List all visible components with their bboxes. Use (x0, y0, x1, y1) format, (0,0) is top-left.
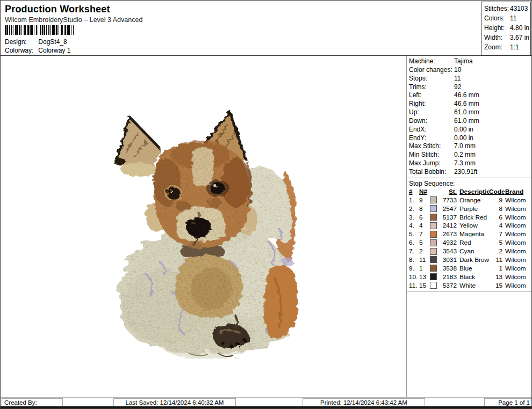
header: Production Worksheet Wilcom EmbroiderySt… (1, 1, 531, 56)
detail-row: EndX:0.00 in (407, 126, 531, 134)
thread-swatch (430, 265, 437, 272)
detail-row: Up:61.0 mm (407, 108, 531, 117)
stop-sequence-header: # N# St. Description Code Brand (407, 188, 531, 196)
page-bottom-edge (1, 406, 531, 408)
thread-swatch (430, 205, 437, 212)
thread-swatch (430, 231, 437, 238)
thread-swatch (430, 256, 437, 263)
design-row: Design: DogSt4_8 (5, 38, 67, 46)
page-title: Production Worksheet (5, 4, 110, 15)
stop-row: 10.132183Black13Wilcom (407, 273, 531, 281)
design-label: Design: (5, 38, 37, 46)
detail-row: Machine:Tajima (407, 57, 531, 66)
stop-row: 6.54932Red5Wilcom (407, 238, 531, 247)
stop-row: 8.113031Dark Brown11Wilcom (407, 255, 531, 264)
colorway-row: Colorway: Colorway 1 (5, 47, 70, 54)
detail-row: EndY:0.00 in (407, 134, 531, 143)
thread-swatch (430, 273, 437, 280)
detail-row: Total Bobbin:230.91ft (407, 168, 531, 177)
stop-row: 5.72673Magenta7Wilcom (407, 230, 531, 238)
stat-stitches: Stitches:43103 (481, 4, 530, 13)
thread-swatch (430, 222, 437, 229)
detail-row: Max Stitch:7.0 mm (407, 142, 531, 151)
design-stats-box: Stitches:43103 Colors:11 Height:4.80 in … (481, 2, 531, 55)
detail-row: Down:61.0 mm (407, 117, 531, 126)
design-value: DogSt4_8 (38, 38, 67, 46)
detail-row: Color changes:10 (407, 66, 531, 75)
stat-colors: Colors:11 (481, 13, 530, 23)
stop-row: 2.82547Purple8Wilcom (407, 204, 531, 213)
stop-row: 11.155372White15Wilcom (407, 281, 531, 290)
stat-height: Height:4.80 in (481, 23, 530, 33)
footer-divider (1, 397, 531, 398)
thread-swatch (430, 282, 437, 289)
detail-row: Max Jump:7.3 mm (407, 159, 531, 168)
detail-row: Left:46.6 mm (407, 91, 531, 100)
production-worksheet-page: Production Worksheet Wilcom EmbroiderySt… (0, 0, 532, 409)
thread-swatch (430, 248, 437, 255)
detail-row: Min Stitch:0.2 mm (407, 151, 531, 159)
software-subtitle: Wilcom EmbroideryStudio – Level 3 Advanc… (5, 16, 142, 24)
colorway-label: Colorway: (5, 47, 37, 54)
detail-row: Stops:11 (407, 75, 531, 83)
stat-width: Width:3.67 in (481, 33, 530, 42)
thread-swatch (430, 214, 437, 221)
thread-swatch (430, 239, 437, 246)
detail-row: Trims:92 (407, 83, 531, 92)
design-canvas (1, 56, 407, 397)
stop-sequence-section: Stop Sequence: # N# St. Description Code… (407, 178, 531, 291)
machine-details: Machine:Tajima Color changes:10 Stops:11… (407, 56, 531, 177)
stop-row: 7.23543Cyan2Wilcom (407, 247, 531, 255)
stop-sequence-title: Stop Sequence: (407, 178, 531, 188)
stop-sequence-table: # N# St. Description Code Brand 1.97733O… (407, 188, 531, 291)
stop-row: 1.97733Orange9Wilcom (407, 196, 531, 204)
stop-row: 3.65137Brick Red6Wilcom (407, 213, 531, 222)
stat-zoom: Zoom:1:1 (481, 42, 530, 52)
thread-swatch (430, 196, 437, 203)
colorway-value: Colorway 1 (38, 47, 70, 54)
stop-row: 4.42412Yellow4Wilcom (407, 221, 531, 230)
dog-embroidery-preview (108, 101, 301, 359)
barcode-icon (5, 25, 74, 35)
machine-details-panel: Machine:Tajima Color changes:10 Stops:11… (406, 56, 531, 397)
stop-row: 9.13538Blue1Wilcom (407, 264, 531, 273)
detail-row: Right:46.6 mm (407, 100, 531, 108)
